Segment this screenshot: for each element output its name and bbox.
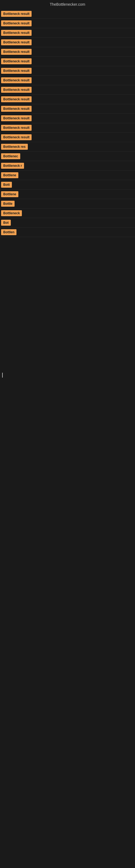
list-item: Bottleneck result <box>0 114 135 123</box>
bottleneck-badge[interactable]: Bottleneck result <box>1 68 32 74</box>
bottleneck-badge[interactable]: Bottleneck result <box>1 115 32 121</box>
results-list: Bottleneck resultBottleneck resultBottle… <box>0 9 135 237</box>
bottleneck-badge[interactable]: Bottleneck result <box>1 134 32 140</box>
list-item: Bottleneck r <box>0 161 135 170</box>
list-item: Bottleneck result <box>0 9 135 19</box>
bottleneck-badge[interactable]: Bottleneck result <box>1 96 32 102</box>
list-item: Bottlen <box>0 227 135 237</box>
bottleneck-badge[interactable]: Bot <box>1 220 11 226</box>
list-item: Bottleneck result <box>0 47 135 57</box>
list-item: Bottleneck result <box>0 95 135 104</box>
bottleneck-badge[interactable]: Bott <box>1 182 12 188</box>
bottleneck-badge[interactable]: Bottleneck result <box>1 30 32 36</box>
list-item: Bottleneck result <box>0 123 135 133</box>
bottleneck-badge[interactable]: Bottleneck result <box>1 106 32 112</box>
bottleneck-badge[interactable]: Bottleneck <box>1 210 22 216</box>
list-item: Bottleneck result <box>0 85 135 95</box>
list-item: Bottleneck result <box>0 19 135 28</box>
list-item: Bot <box>0 218 135 227</box>
bottleneck-badge[interactable]: Bottle <box>1 201 14 207</box>
bottleneck-badge[interactable]: Bottleneck result <box>1 87 32 93</box>
list-item: Bottlenec <box>0 152 135 161</box>
bottleneck-badge[interactable]: Bottleneck r <box>1 163 24 169</box>
list-item: Bottleneck result <box>0 28 135 38</box>
bottleneck-badge[interactable]: Bottleneck result <box>1 11 32 17</box>
bottleneck-badge[interactable]: Bottlenec <box>1 153 20 159</box>
list-item: Bottleneck result <box>0 57 135 66</box>
text-cursor <box>2 373 3 378</box>
bottleneck-badge[interactable]: Bottleneck result <box>1 49 32 55</box>
list-item: Bottle <box>0 199 135 209</box>
bottleneck-badge[interactable]: Bottlene <box>1 172 18 178</box>
empty-area <box>0 237 135 454</box>
list-item: Bottlene <box>0 170 135 180</box>
list-item: Bottleneck result <box>0 104 135 114</box>
list-item: Bottleneck result <box>0 66 135 76</box>
bottleneck-badge[interactable]: Bottlen <box>1 229 16 235</box>
bottleneck-badge[interactable]: Bottleneck result <box>1 58 32 64</box>
bottleneck-badge[interactable]: Bottleneck result <box>1 125 32 131</box>
site-title: TheBottlenecker.com <box>0 0 135 9</box>
list-item: Bottleneck result <box>0 76 135 85</box>
list-item: Bottleneck <box>0 209 135 218</box>
bottleneck-badge[interactable]: Bottlene <box>1 191 18 197</box>
bottleneck-badge[interactable]: Bottleneck res <box>1 144 28 150</box>
list-item: Bottlene <box>0 190 135 199</box>
bottleneck-badge[interactable]: Bottleneck result <box>1 77 32 83</box>
list-item: Bottleneck res <box>0 142 135 152</box>
list-item: Bottleneck result <box>0 38 135 47</box>
bottleneck-badge[interactable]: Bottleneck result <box>1 20 32 26</box>
list-item: Bott <box>0 180 135 190</box>
list-item: Bottleneck result <box>0 133 135 142</box>
bottleneck-badge[interactable]: Bottleneck result <box>1 39 32 45</box>
